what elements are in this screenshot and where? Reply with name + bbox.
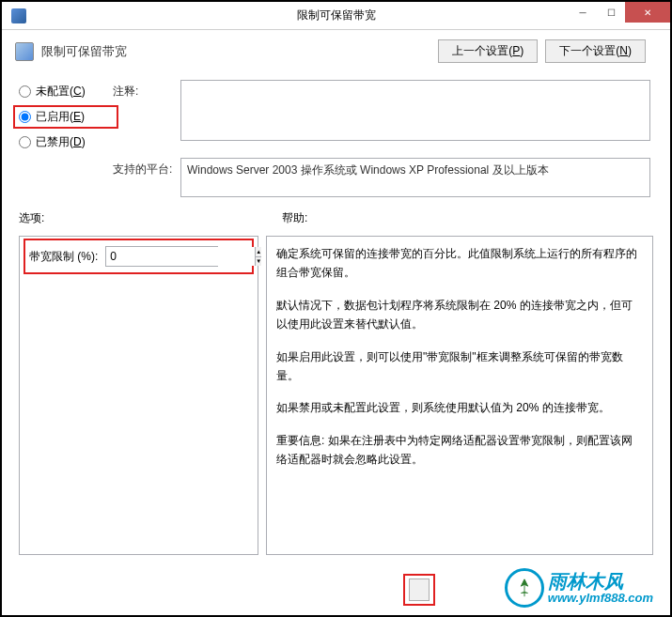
help-paragraph: 默认情况下，数据包计划程序将系统限制在 20% 的连接带宽之内，但可以使用此设置…	[276, 296, 643, 334]
help-paragraph: 如果禁用或未配置此设置，则系统使用默认值为 20% 的连接带宽。	[276, 398, 643, 417]
bandwidth-spinner: ▲ ▼	[105, 246, 218, 267]
previous-setting-button[interactable]: 上一个设置(P)	[438, 39, 538, 63]
minimize-button[interactable]: ─	[569, 2, 597, 23]
help-paragraph: 重要信息: 如果在注册表中为特定网络适配器设置带宽限制，则配置该网络适配器时就会…	[276, 431, 643, 470]
options-panel: 带宽限制 (%): ▲ ▼	[19, 236, 258, 555]
options-label: 选项:	[19, 210, 282, 226]
header-row: 限制可保留带宽 上一个设置(P) 下一个设置(N)	[2, 30, 670, 72]
radio-disabled-input[interactable]	[19, 136, 31, 148]
help-panel: 确定系统可保留的连接带宽的百分比。此值限制系统上运行的所有程序的组合带宽保留。 …	[266, 236, 653, 555]
bandwidth-limit-row: 带宽限制 (%): ▲ ▼	[23, 239, 254, 274]
policy-title: 限制可保留带宽	[41, 43, 127, 60]
bandwidth-limit-label: 带宽限制 (%):	[29, 249, 98, 265]
supported-platform-box: Windows Server 2003 操作系统或 Windows XP Pro…	[180, 158, 650, 197]
titlebar: 限制可保留带宽 ─ ☐ ✕	[2, 2, 670, 30]
policy-icon	[15, 42, 34, 61]
close-button[interactable]: ✕	[625, 2, 670, 23]
radio-enabled[interactable]: 已启用(E)	[19, 109, 113, 125]
radio-not-configured-input[interactable]	[19, 85, 31, 98]
watermark-logo-icon	[505, 568, 544, 608]
state-radio-group: 未配置(C) 已启用(E) 已禁用(D)	[19, 80, 113, 150]
bandwidth-input[interactable]	[106, 247, 255, 266]
app-icon	[11, 8, 26, 23]
window-controls: ─ ☐ ✕	[569, 2, 670, 23]
comment-label: 注释:	[113, 80, 180, 100]
help-paragraph: 确定系统可保留的连接带宽的百分比。此值限制系统上运行的所有程序的组合带宽保留。	[276, 244, 643, 283]
window-title: 限制可保留带宽	[297, 8, 376, 23]
watermark-brand: 雨林木风	[548, 571, 653, 592]
radio-disabled[interactable]: 已禁用(D)	[19, 134, 113, 150]
spinner-down-button[interactable]: ▼	[256, 257, 261, 267]
radio-enabled-input[interactable]	[19, 111, 31, 123]
spinner-up-button[interactable]: ▲	[256, 247, 261, 257]
platform-label: 支持的平台:	[113, 158, 180, 197]
radio-not-configured[interactable]: 未配置(C)	[19, 84, 113, 100]
watermark-url: www.ylmf888.com	[548, 592, 653, 605]
ok-button-highlight	[403, 574, 435, 606]
help-label: 帮助:	[282, 210, 653, 226]
help-paragraph: 如果启用此设置，则可以使用"带宽限制"框来调整系统可保留的带宽数量。	[276, 347, 643, 386]
watermark: 雨林木风 www.ylmf888.com	[505, 568, 653, 608]
ok-button[interactable]	[409, 578, 430, 601]
comment-textarea[interactable]	[180, 80, 650, 141]
next-setting-button[interactable]: 下一个设置(N)	[545, 39, 646, 63]
maximize-button[interactable]: ☐	[597, 2, 625, 23]
